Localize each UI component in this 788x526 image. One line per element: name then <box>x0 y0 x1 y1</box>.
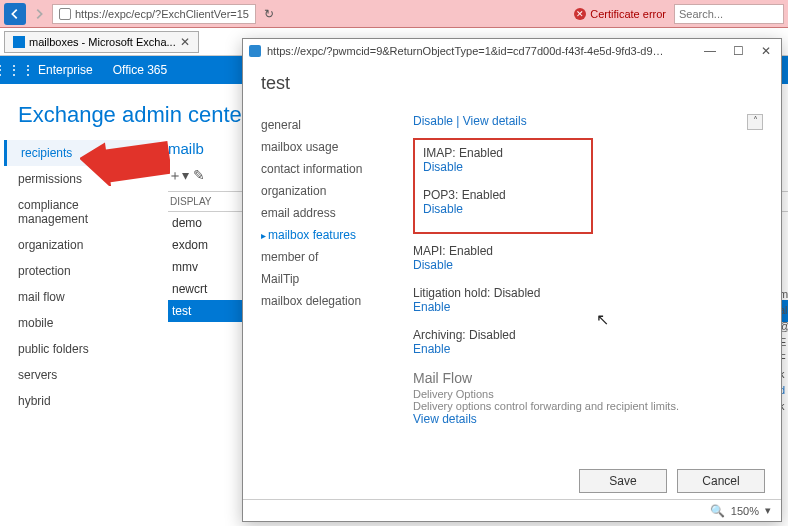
sidebar-item-permissions[interactable]: permissions <box>4 166 160 192</box>
sidebar-item-public-folders[interactable]: public folders <box>4 336 160 362</box>
zoom-level[interactable]: 150% <box>731 505 759 517</box>
sidebar-item-compliance-management[interactable]: compliance management <box>4 192 160 232</box>
browser-address-bar: https://expc/ecp/?ExchClientVer=15 ↻ ✕ C… <box>0 0 788 28</box>
cert-error[interactable]: ✕ Certificate error <box>574 8 672 20</box>
litigation-enable-link[interactable]: Enable <box>413 300 753 314</box>
sidebar-item-hybrid[interactable]: hybrid <box>4 388 160 414</box>
owa-view-details-link[interactable]: View details <box>463 114 527 128</box>
zoom-icon[interactable]: 🔍 <box>710 504 725 518</box>
highlight-box: IMAP: Enabled Disable POP3: Enabled Disa… <box>413 138 593 234</box>
imap-label: IMAP: Enabled <box>423 146 583 160</box>
sidebar-item-organization[interactable]: organization <box>4 232 160 258</box>
shield-icon: ✕ <box>574 8 586 20</box>
left-nav: recipientspermissionscompliance manageme… <box>0 140 160 526</box>
top-action-links: Disable | View details <box>413 114 753 128</box>
browser-search-input[interactable] <box>674 4 784 24</box>
pop3-disable-link[interactable]: Disable <box>423 202 583 216</box>
back-button[interactable] <box>4 3 26 25</box>
archiving-enable-link[interactable]: Enable <box>413 342 753 356</box>
forward-button[interactable] <box>28 3 50 25</box>
apps-launcher-icon[interactable]: ⋮⋮⋮ <box>0 62 28 78</box>
category-list: generalmailbox usagecontact informationo… <box>261 114 401 457</box>
feature-panel: ˄ Disable | View details IMAP: Enabled D… <box>413 114 763 457</box>
mapi-label: MAPI: Enabled <box>413 244 753 258</box>
mailflow-heading: Mail Flow <box>413 370 753 386</box>
category-contact-information[interactable]: contact information <box>261 158 401 180</box>
tab-close-icon[interactable]: ✕ <box>180 35 190 49</box>
cert-error-text: Certificate error <box>590 8 666 20</box>
popup-statusbar: 🔍 150% ▾ <box>243 499 781 521</box>
close-button[interactable]: ✕ <box>757 44 775 58</box>
popup-url: https://expc/?pwmcid=9&ReturnObjectType=… <box>267 45 667 57</box>
popup-titlebar: https://expc/?pwmcid=9&ReturnObjectType=… <box>243 39 781 63</box>
mailflow-view-details-link[interactable]: View details <box>413 412 753 426</box>
tab-title: mailboxes - Microsoft Excha... <box>29 36 176 48</box>
archiving-label: Archiving: Disabled <box>413 328 753 342</box>
url-text: https://expc/ecp/?ExchClientVer=15 <box>75 4 249 24</box>
browser-tab[interactable]: mailboxes - Microsoft Excha... ✕ <box>4 31 199 53</box>
mapi-disable-link[interactable]: Disable <box>413 258 753 272</box>
mailbox-name: test <box>261 73 763 94</box>
pop3-label: POP3: Enabled <box>423 188 583 202</box>
lock-icon <box>59 8 71 20</box>
edit-mailbox-popup: https://expc/?pwmcid=9&ReturnObjectType=… <box>242 38 782 522</box>
office365-link[interactable]: Office 365 <box>103 63 177 77</box>
scroll-up-button[interactable]: ˄ <box>747 114 763 130</box>
popup-favicon <box>249 45 261 57</box>
category-mailbox-usage[interactable]: mailbox usage <box>261 136 401 158</box>
tab-favicon <box>13 36 25 48</box>
zoom-dropdown-icon[interactable]: ▾ <box>765 504 771 517</box>
owa-disable-link[interactable]: Disable <box>413 114 453 128</box>
category-member-of[interactable]: member of <box>261 246 401 268</box>
mailflow-sub: Delivery Options <box>413 388 753 400</box>
category-mailbox-features[interactable]: mailbox features <box>261 224 401 246</box>
category-organization[interactable]: organization <box>261 180 401 202</box>
save-button[interactable]: Save <box>579 469 667 493</box>
url-field[interactable]: https://expc/ecp/?ExchClientVer=15 <box>52 4 256 24</box>
popup-buttons: Save Cancel <box>243 463 781 499</box>
sidebar-item-mobile[interactable]: mobile <box>4 310 160 336</box>
category-general[interactable]: general <box>261 114 401 136</box>
cancel-button[interactable]: Cancel <box>677 469 765 493</box>
minimize-button[interactable]: — <box>701 44 719 58</box>
maximize-button[interactable]: ☐ <box>729 44 747 58</box>
sidebar-item-mail-flow[interactable]: mail flow <box>4 284 160 310</box>
imap-disable-link[interactable]: Disable <box>423 160 583 174</box>
litigation-label: Litigation hold: Disabled <box>413 286 753 300</box>
category-email-address[interactable]: email address <box>261 202 401 224</box>
refresh-button[interactable]: ↻ <box>258 7 280 21</box>
add-button[interactable]: ＋▾ <box>168 167 189 185</box>
enterprise-link[interactable]: Enterprise <box>28 63 103 77</box>
category-MailTip[interactable]: MailTip <box>261 268 401 290</box>
edit-button[interactable]: ✎ <box>193 167 205 185</box>
sidebar-item-servers[interactable]: servers <box>4 362 160 388</box>
sidebar-item-recipients[interactable]: recipients <box>4 140 160 166</box>
category-mailbox-delegation[interactable]: mailbox delegation <box>261 290 401 312</box>
mailflow-desc: Delivery options control forwarding and … <box>413 400 753 412</box>
sidebar-item-protection[interactable]: protection <box>4 258 160 284</box>
